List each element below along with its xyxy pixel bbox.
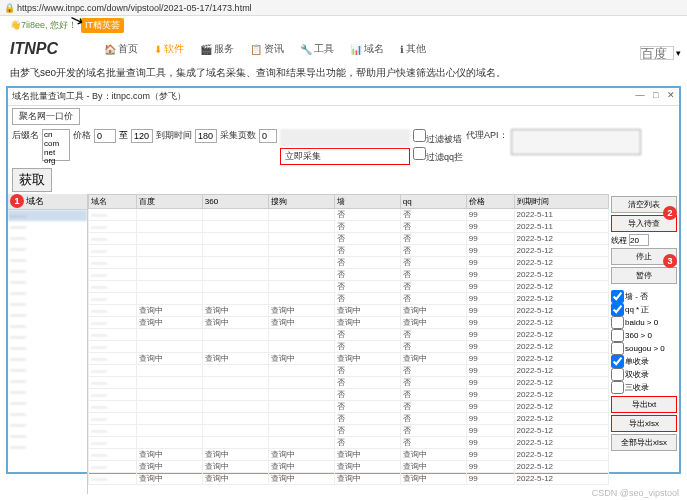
- get-button[interactable]: 获取: [12, 168, 52, 192]
- dropdown-icon[interactable]: ▾: [676, 48, 681, 58]
- tag-button[interactable]: IT精英荟: [81, 18, 124, 33]
- page-input[interactable]: [259, 129, 277, 143]
- search-input[interactable]: [640, 46, 674, 60]
- chk-triple[interactable]: 三收录: [611, 381, 677, 394]
- table-row[interactable]: ——查询中查询中查询中查询中查询中992022-5-12: [89, 449, 609, 461]
- table-row[interactable]: ——查询中查询中查询中查询中查询中992022-5-12: [89, 317, 609, 329]
- filter-row: 后缀名 cn com net org 价格 至 到期时间 采集页数 立即采集 过…: [8, 127, 679, 194]
- column-header[interactable]: 墙: [334, 195, 400, 209]
- nav-item-6[interactable]: ℹ其他: [394, 40, 432, 58]
- price-from-input[interactable]: [94, 129, 116, 143]
- table-row[interactable]: ——否否992022-5-12: [89, 245, 609, 257]
- list-item[interactable]: ——: [8, 298, 87, 309]
- close-icon[interactable]: ✕: [667, 90, 675, 100]
- result-grid[interactable]: 域名百度360搜狗墙qq价格到期时间——否否992022-5-11——否否992…: [88, 194, 609, 494]
- chk-double[interactable]: 双收录: [611, 368, 677, 381]
- price-label: 价格: [73, 129, 91, 142]
- table-row[interactable]: ——否否992022-5-12: [89, 281, 609, 293]
- table-row[interactable]: ——否否992022-5-12: [89, 341, 609, 353]
- table-row[interactable]: ——否否992022-5-12: [89, 425, 609, 437]
- table-row[interactable]: ——否否992022-5-12: [89, 377, 609, 389]
- table-row[interactable]: ——否否992022-5-11: [89, 221, 609, 233]
- export-xlsx-button[interactable]: 导出xlsx: [611, 415, 677, 432]
- list-item[interactable]: ——: [8, 232, 87, 243]
- table-row[interactable]: ——查询中查询中查询中查询中查询中992022-5-12: [89, 461, 609, 473]
- address-bar[interactable]: 🔒 https://www.itnpc.com/down/vipstool/20…: [0, 0, 687, 16]
- export-all-button[interactable]: 全部导出xlsx: [611, 434, 677, 451]
- list-item[interactable]: ——: [8, 243, 87, 254]
- chk-wall[interactable]: 墙 - 否: [611, 290, 677, 303]
- list-item[interactable]: ——: [8, 342, 87, 353]
- chk-sougou[interactable]: sougou > 0: [611, 342, 677, 355]
- list-item[interactable]: ——: [8, 221, 87, 232]
- column-header[interactable]: 价格: [466, 195, 514, 209]
- list-item[interactable]: ——: [8, 441, 87, 452]
- table-row[interactable]: ——否否992022-5-12: [89, 329, 609, 341]
- list-item[interactable]: ——: [8, 210, 87, 221]
- list-item[interactable]: ——: [8, 430, 87, 441]
- cb-wall[interactable]: 过滤被墙: [413, 129, 463, 146]
- nav-item-4[interactable]: 🔧工具: [294, 40, 340, 58]
- list-item[interactable]: ——: [8, 419, 87, 430]
- list-item[interactable]: ——: [8, 320, 87, 331]
- minimize-icon[interactable]: —: [636, 90, 645, 100]
- nav-item-5[interactable]: 📊域名: [344, 40, 390, 58]
- maximize-icon[interactable]: □: [653, 90, 658, 100]
- suffix-list[interactable]: cn com net org: [42, 129, 70, 161]
- table-row[interactable]: ——查询中查询中查询中查询中查询中992022-5-12: [89, 305, 609, 317]
- table-row[interactable]: ——否否992022-5-11: [89, 209, 609, 221]
- price-to-input[interactable]: [131, 129, 153, 143]
- table-row[interactable]: ——否否992022-5-12: [89, 269, 609, 281]
- column-header[interactable]: 搜狗: [268, 195, 334, 209]
- pause-button[interactable]: 暂停: [611, 267, 677, 284]
- expire-label: 到期时间: [156, 129, 192, 142]
- list-item[interactable]: ——: [8, 254, 87, 265]
- nav-item-1[interactable]: ⬇软件: [148, 40, 190, 58]
- table-row[interactable]: ——否否992022-5-12: [89, 401, 609, 413]
- tab-juming[interactable]: 聚名网一口价: [12, 108, 80, 125]
- proxy-input[interactable]: [511, 129, 641, 155]
- column-header[interactable]: 百度: [136, 195, 202, 209]
- tab-strip: 聚名网一口价: [8, 106, 679, 127]
- column-header[interactable]: 到期时间: [514, 195, 608, 209]
- list-item[interactable]: ——: [8, 386, 87, 397]
- nav-item-2[interactable]: 🎬服务: [194, 40, 240, 58]
- list-item[interactable]: ——: [8, 375, 87, 386]
- list-item[interactable]: ——: [8, 276, 87, 287]
- table-row[interactable]: ——否否992022-5-12: [89, 389, 609, 401]
- description: 由梦飞seo开发的域名批量查询工具，集成了域名采集、查询和结果导出功能，帮助用户…: [0, 64, 687, 82]
- list-item[interactable]: ——: [8, 408, 87, 419]
- table-row[interactable]: ——否否992022-5-12: [89, 365, 609, 377]
- chk-baidu[interactable]: baidu > 0: [611, 316, 677, 329]
- proxy-label: 代理API：: [466, 129, 508, 142]
- chk-360[interactable]: 360 > 0: [611, 329, 677, 342]
- table-row[interactable]: ——查询中查询中查询中查询中查询中992022-5-12: [89, 473, 609, 485]
- list-item[interactable]: ——: [8, 309, 87, 320]
- thread-input[interactable]: [629, 234, 649, 246]
- list-item[interactable]: ——: [8, 364, 87, 375]
- cb-qq[interactable]: 过滤qq拦: [413, 147, 463, 164]
- table-row[interactable]: ——否否992022-5-12: [89, 413, 609, 425]
- column-header[interactable]: 域名: [89, 195, 137, 209]
- nav-item-3[interactable]: 📋资讯: [244, 40, 290, 58]
- chk-qq[interactable]: qq * 正: [611, 303, 677, 316]
- list-item[interactable]: ——: [8, 287, 87, 298]
- column-header[interactable]: qq: [400, 195, 466, 209]
- chk-single[interactable]: 单收录: [611, 355, 677, 368]
- table-row[interactable]: ——否否992022-5-12: [89, 257, 609, 269]
- main-nav: ITNPC 🏠首页⬇软件🎬服务📋资讯🔧工具📊域名ℹ其他: [0, 34, 687, 64]
- expire-input[interactable]: [195, 129, 217, 143]
- source-url-input[interactable]: [280, 129, 410, 147]
- nav-item-0[interactable]: 🏠首页: [98, 40, 144, 58]
- list-item[interactable]: ——: [8, 397, 87, 408]
- export-txt-button[interactable]: 导出txt: [611, 396, 677, 413]
- column-header[interactable]: 360: [202, 195, 268, 209]
- table-row[interactable]: ——查询中查询中查询中查询中查询中992022-5-12: [89, 353, 609, 365]
- table-row[interactable]: ——否否992022-5-12: [89, 233, 609, 245]
- table-row[interactable]: ——否否992022-5-12: [89, 437, 609, 449]
- list-item[interactable]: ——: [8, 331, 87, 342]
- collect-button[interactable]: 立即采集: [280, 148, 410, 165]
- table-row[interactable]: ——否否992022-5-12: [89, 293, 609, 305]
- list-item[interactable]: ——: [8, 265, 87, 276]
- list-item[interactable]: ——: [8, 353, 87, 364]
